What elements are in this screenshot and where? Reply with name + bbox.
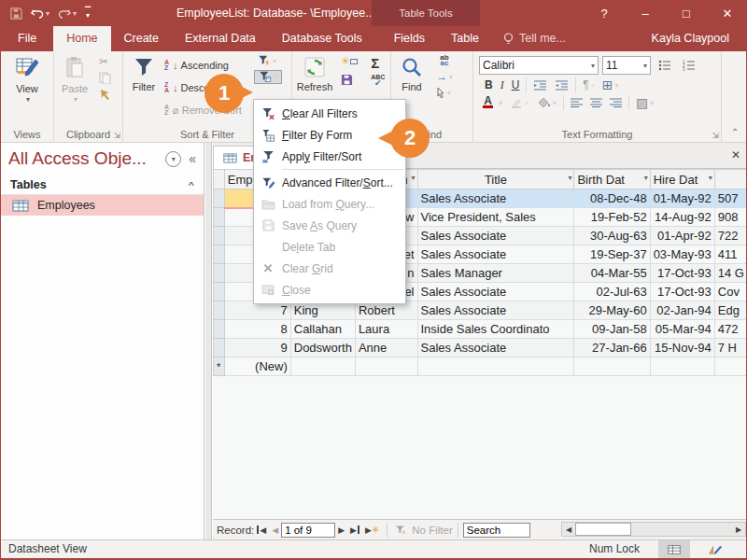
undo-button[interactable]: ▾ (31, 7, 49, 19)
filter-button[interactable]: Filter (123, 51, 164, 126)
align-center-icon[interactable] (586, 98, 606, 107)
format-painter-icon[interactable] (95, 88, 115, 100)
nav-item-employees[interactable]: Employees (1, 195, 204, 216)
selection-button[interactable]: ▾ (254, 55, 282, 67)
clipboard-dialog-launcher[interactable]: ⇲ (113, 131, 120, 140)
new-record-icon[interactable]: ✳ (337, 55, 361, 67)
datasheet-view-button[interactable] (658, 540, 690, 558)
previous-record-button[interactable]: ◀ (272, 525, 278, 535)
row-selector[interactable] (214, 227, 225, 245)
row-selector[interactable] (214, 283, 225, 301)
row-selector[interactable] (214, 208, 225, 227)
new-record-selector[interactable]: * (214, 357, 225, 376)
decrease-indent-icon[interactable] (529, 80, 551, 91)
menu-item-delete-tab[interactable]: Delete Tab (254, 236, 405, 258)
design-view-button[interactable] (699, 540, 731, 558)
row-selector[interactable] (214, 245, 225, 264)
tab-create[interactable]: Create (111, 26, 173, 51)
select-icon[interactable]: ▾ (432, 87, 457, 98)
nav-menu-dropdown-icon[interactable]: ▾ (165, 151, 181, 167)
minimize-button[interactable]: – (625, 0, 666, 26)
alternate-row-color-icon[interactable]: ▨▾ (632, 95, 657, 110)
menu-item-apply-filter-sort[interactable]: Apply Filter/Sort (254, 146, 405, 167)
align-left-icon[interactable] (567, 98, 586, 107)
menu-item-clear-grid[interactable]: ✕ Clear Grid (254, 258, 405, 279)
paragraph-direction-icon[interactable]: ¶▾ (579, 78, 598, 91)
collapse-ribbon-icon[interactable]: ⌃ (731, 127, 739, 137)
search-input[interactable] (463, 523, 530, 538)
font-size-combo[interactable]: 11▾ (602, 56, 651, 75)
new-blank-record-button[interactable]: ▶✳ (365, 525, 379, 535)
tab-external-data[interactable]: External Data (172, 26, 269, 51)
advanced-filter-button[interactable]: ▾ (254, 70, 282, 84)
italic-button[interactable]: I (497, 78, 508, 92)
row-selector[interactable] (214, 301, 225, 320)
tab-file[interactable]: File (1, 26, 53, 51)
close-button[interactable]: ✕ (707, 0, 747, 26)
column-header-hiredate[interactable]: Hire Dat▾ (650, 170, 714, 189)
numbering-icon[interactable]: 123 (679, 60, 699, 71)
user-name[interactable]: Kayla Claypool (652, 26, 729, 51)
horizontal-scrollbar[interactable]: ◀ ▶ (561, 522, 746, 537)
background-color-icon[interactable]: ▾ (534, 97, 560, 108)
totals-icon[interactable]: Σ (367, 55, 388, 71)
row-selector[interactable] (214, 339, 225, 357)
redo-button[interactable]: ▾ (58, 7, 77, 19)
paste-button[interactable]: Paste ▾ (54, 51, 95, 126)
record-position-box[interactable] (281, 523, 335, 538)
cut-icon[interactable]: ✂ (95, 55, 115, 68)
save-record-icon[interactable] (337, 74, 361, 86)
highlight-color-icon[interactable]: ▾ (506, 97, 532, 108)
table-row[interactable]: 9 Dodsworth Anne Sales Associate 27-Jan-… (214, 339, 747, 357)
menu-item-save-as-query[interactable]: Save As Query (254, 215, 405, 236)
help-button[interactable]: ? (584, 0, 625, 26)
font-name-combo[interactable]: Calibri▾ (479, 56, 599, 75)
spelling-icon[interactable]: ABC✔ (367, 75, 388, 86)
menu-item-advanced-filter-sort[interactable]: Advanced Filter/Sort... (254, 172, 405, 193)
scrollbar-thumb[interactable] (575, 523, 631, 536)
underline-button[interactable]: U (508, 78, 524, 91)
copy-icon[interactable] (95, 72, 115, 84)
scroll-right-icon[interactable]: ▶ (732, 523, 745, 536)
bullets-icon[interactable] (655, 60, 675, 71)
bold-button[interactable]: B (481, 78, 497, 91)
column-header-birthdate[interactable]: Birth Dat▾ (574, 170, 650, 189)
last-record-button[interactable]: ▶ (350, 525, 359, 535)
menu-item-clear-all-filters[interactable]: Clear All Filters (254, 103, 405, 124)
nav-section-tables[interactable]: Tables ^ (1, 175, 204, 195)
view-button[interactable]: View ▾ (7, 51, 48, 126)
gridlines-icon[interactable]: ⊞▾ (599, 77, 623, 92)
column-header-address[interactable] (714, 170, 747, 189)
column-header-title[interactable]: Title▾ (417, 170, 574, 189)
close-datasheet-icon[interactable]: ✕ (731, 148, 740, 161)
scroll-left-icon[interactable]: ◀ (562, 523, 575, 536)
row-selector[interactable] (214, 320, 225, 339)
align-right-icon[interactable] (606, 98, 626, 107)
select-all-corner[interactable] (214, 170, 225, 189)
menu-item-close[interactable]: Close (254, 279, 405, 301)
ascending-button[interactable]: AZ↓ Ascending (164, 55, 254, 76)
goto-icon[interactable]: →▾ (432, 70, 457, 83)
replace-icon[interactable]: abac (432, 55, 457, 66)
table-row[interactable]: 8 Callahan Laura Inside Sales Coordinato… (214, 320, 747, 339)
new-record-row[interactable]: * (New) (214, 357, 747, 376)
menu-item-load-from-query[interactable]: Load from Query... (254, 193, 405, 215)
tab-fields[interactable]: Fields (381, 26, 438, 51)
tab-database-tools[interactable]: Database Tools (269, 26, 375, 51)
next-record-button[interactable]: ▶ (338, 525, 345, 535)
filter-indicator-icon[interactable] (395, 525, 407, 536)
tab-home[interactable]: Home (53, 26, 110, 51)
tell-me-box[interactable]: Tell me... (492, 26, 577, 51)
save-icon[interactable] (10, 7, 22, 20)
shutter-bar-close-icon[interactable]: « (189, 151, 196, 166)
maximize-button[interactable]: □ (666, 0, 707, 26)
tab-table[interactable]: Table (438, 26, 492, 51)
increase-indent-icon[interactable] (551, 80, 572, 91)
first-record-button[interactable]: ◀ (257, 525, 266, 535)
row-selector[interactable] (214, 189, 225, 208)
font-color-button[interactable]: A (479, 97, 497, 108)
pane-splitter[interactable] (205, 143, 212, 539)
section-collapse-icon[interactable]: ^ (189, 180, 194, 189)
row-selector[interactable] (214, 264, 225, 283)
text-formatting-dialog-launcher[interactable]: ⇲ (712, 131, 719, 140)
